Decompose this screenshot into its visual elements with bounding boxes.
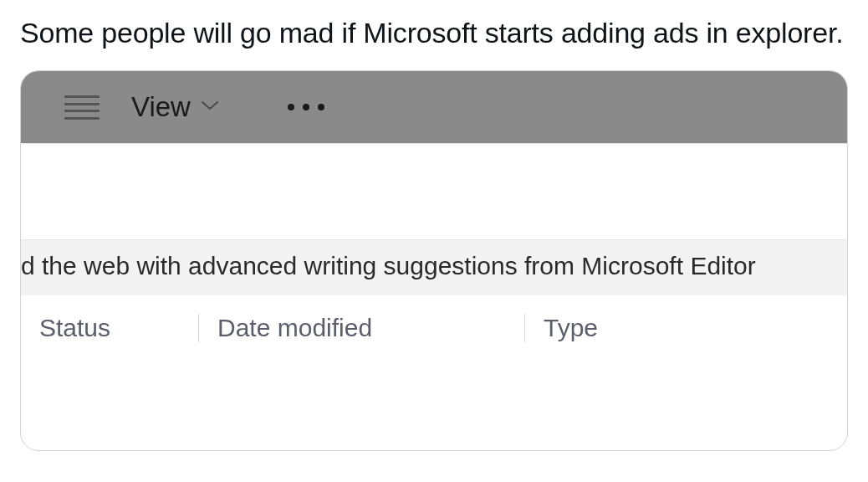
column-header-type[interactable]: Type — [525, 314, 847, 342]
tweet-container: Some people will go mad if Microsoft sta… — [0, 15, 868, 451]
hamburger-icon[interactable] — [64, 94, 100, 120]
ad-banner: d the web with advanced writing suggesti… — [21, 240, 847, 295]
column-headers: Status Date modified Type — [21, 295, 847, 357]
dot-icon — [288, 104, 294, 110]
more-button[interactable] — [288, 104, 324, 110]
dot-icon — [303, 104, 309, 110]
dot-icon — [318, 104, 324, 110]
explorer-screenshot: View d the web with advanced writing sug… — [20, 70, 848, 451]
view-button-label: View — [131, 91, 191, 123]
chevron-down-icon — [201, 100, 219, 111]
column-header-date-modified[interactable]: Date modified — [199, 314, 525, 342]
column-header-status[interactable]: Status — [21, 314, 199, 342]
tweet-text: Some people will go mad if Microsoft sta… — [20, 15, 848, 52]
explorer-toolbar: View — [21, 71, 847, 143]
blank-area — [21, 143, 847, 240]
view-button[interactable]: View — [131, 91, 219, 123]
